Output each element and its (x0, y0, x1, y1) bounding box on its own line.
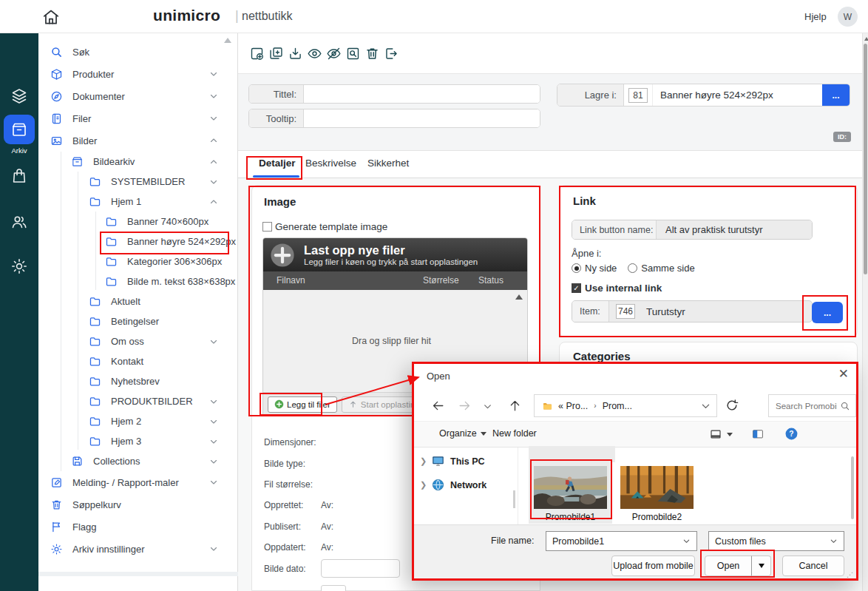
rail-item-arkiv[interactable]: Arkiv (0, 115, 38, 155)
nav-item-systembilder[interactable]: SYSTEMBILDER (38, 172, 237, 192)
scrollbar-thumb[interactable] (864, 44, 867, 274)
open-split-arrow[interactable] (751, 555, 771, 576)
download-icon[interactable] (288, 46, 303, 61)
bilde-dato-input[interactable] (321, 559, 400, 578)
nav-item-betingelser[interactable]: Betingelser (38, 311, 237, 331)
nav-item-produkter[interactable]: Produkter (38, 63, 237, 85)
recent-locations-chevron-icon[interactable] (483, 402, 492, 411)
tab-beskrivelse[interactable]: Beskrivelse (305, 158, 356, 169)
magnifier-icon[interactable] (840, 401, 850, 411)
duplicate-icon[interactable] (268, 46, 284, 61)
chevron-down-icon[interactable] (209, 544, 218, 553)
address-bar[interactable]: « Pro... › Prom... (534, 394, 717, 417)
eye-off-icon[interactable] (326, 46, 342, 61)
tree-scrollbar-thumb[interactable] (513, 490, 515, 508)
chevron-down-icon[interactable] (209, 417, 218, 426)
close-icon[interactable]: ✕ (838, 367, 849, 382)
use-internal-link-checkbox[interactable]: ✓ (572, 283, 581, 293)
up-arrow-icon[interactable] (508, 399, 522, 413)
rail-item-modules[interactable] (0, 87, 38, 105)
expand-chevron-icon[interactable]: ❯ (420, 456, 426, 466)
search-input[interactable] (769, 402, 840, 411)
file-list-scrollbar[interactable] (851, 456, 854, 519)
radio-samme-side[interactable] (628, 263, 637, 273)
tab-detaljer[interactable]: Detaljer (259, 158, 296, 169)
nav-item-bilde-m-tekst-638-638px[interactable]: Bilde m. tekst 638×638px (38, 271, 237, 291)
chevron-down-icon[interactable] (209, 114, 218, 123)
nav-item-produktbilder[interactable]: PRODUKTBILDER (38, 391, 237, 411)
home-icon[interactable] (41, 7, 61, 27)
folder-name-field[interactable]: Banner høyre 524×292px (652, 84, 822, 106)
open-button[interactable]: Open (705, 555, 752, 576)
tree-item-network[interactable]: ❯Network (420, 478, 486, 492)
scroll-up-icon[interactable] (864, 37, 868, 41)
view-options-button[interactable] (709, 428, 733, 441)
nav-item-hjem-3[interactable]: Hjem 3 (38, 431, 237, 451)
resize-grip[interactable]: ⋰ (847, 572, 853, 578)
chevron-down-icon[interactable] (209, 92, 218, 101)
browse-item-button[interactable]: ... (812, 302, 843, 323)
nav-item-bildearkiv[interactable]: Bildearkiv (38, 152, 237, 172)
preview-icon[interactable] (345, 46, 361, 61)
nav-item-hjem-2[interactable]: Hjem 2 (38, 411, 237, 431)
chevron-down-icon[interactable] (209, 457, 218, 466)
link-button-name-value[interactable]: Alt av praktisk turutstyr (657, 220, 812, 239)
file-promobilde1[interactable]: Promobilde1 (529, 459, 612, 524)
nav-item-flagg[interactable]: Flagg (38, 516, 237, 538)
upload-from-mobile-button[interactable]: Upload from mobile (611, 555, 695, 576)
avatar[interactable]: W (838, 7, 858, 27)
tooltip-input[interactable] (304, 109, 540, 127)
nav-item-collections[interactable]: Collections (38, 451, 237, 471)
expand-chevron-icon[interactable]: ❯ (420, 480, 426, 490)
cancel-button[interactable]: Cancel (782, 555, 844, 576)
chevron-up-icon[interactable] (209, 197, 218, 206)
tree-item-this-pc[interactable]: ❯This PC (420, 454, 485, 468)
refresh-icon[interactable] (725, 398, 739, 413)
upload-scroll-up-icon[interactable] (515, 294, 523, 300)
nav-item-om-oss[interactable]: Om oss (38, 331, 237, 351)
file-type-combo[interactable]: Custom files (708, 531, 844, 551)
chevron-down-icon[interactable] (209, 397, 218, 406)
breadcrumb-current[interactable]: Prom... (603, 401, 632, 411)
chevron-down-icon[interactable] (209, 437, 218, 446)
chevron-up-icon[interactable] (209, 158, 218, 166)
chevron-down-icon[interactable] (209, 337, 218, 346)
radio-ny-side[interactable] (572, 263, 581, 273)
preview-pane-icon[interactable] (751, 428, 764, 441)
nav-item-nyhetsbrev[interactable]: Nyhetsbrev (38, 371, 237, 391)
address-chevron-icon[interactable] (699, 401, 712, 411)
tab-sikkerhet[interactable]: Sikkerhet (367, 158, 409, 169)
add-image-icon[interactable] (249, 46, 265, 61)
nav-item-banner-740-600px[interactable]: Banner 740×600px (38, 212, 237, 232)
rail-item-users[interactable] (0, 213, 38, 231)
nav-horizontal-scrollbar[interactable] (38, 572, 238, 576)
browse-folder-button[interactable]: ... (822, 84, 850, 106)
help-link[interactable]: Hjelp (804, 11, 827, 22)
nav-item-arkiv-innstillinger[interactable]: Arkiv innstillinger (38, 538, 237, 560)
nav-item-banner-høyre-524-292px[interactable]: Banner høyre 524×292px (38, 232, 237, 251)
file-name-combo[interactable]: Promobilde1 (546, 531, 697, 551)
rail-item-shop[interactable] (0, 167, 38, 185)
item-id-input[interactable]: 746 (616, 304, 635, 319)
chevron-down-icon[interactable] (209, 70, 218, 78)
chevron-up-icon[interactable] (209, 136, 218, 145)
metadata-small-input[interactable] (321, 585, 346, 591)
breadcrumb-parent[interactable]: « Pro... (558, 401, 588, 411)
tittel-input[interactable] (304, 85, 540, 103)
main-scrollbar[interactable] (862, 33, 868, 591)
back-arrow-icon[interactable] (431, 399, 445, 413)
chevron-down-icon[interactable] (209, 178, 218, 186)
nav-item-søppelkurv[interactable]: Søppelkurv (38, 493, 237, 516)
nav-item-kontakt[interactable]: Kontakt (38, 351, 237, 371)
nav-item-filer[interactable]: Filer (38, 107, 237, 129)
new-folder-button[interactable]: New folder (492, 428, 537, 439)
nav-item-kategorier-306-306px[interactable]: Kategorier 306×306px (38, 251, 237, 271)
help-icon[interactable]: ? (784, 427, 799, 441)
organize-menu[interactable]: Organize (439, 428, 486, 439)
rail-item-settings[interactable] (0, 257, 38, 275)
forward-arrow-icon[interactable] (458, 399, 472, 413)
chevron-down-icon[interactable] (209, 478, 218, 487)
generate-template-checkbox[interactable] (262, 222, 272, 232)
nav-item-søk[interactable]: Søk (38, 41, 237, 63)
file-promobilde2[interactable]: Promobilde2 (615, 459, 699, 524)
